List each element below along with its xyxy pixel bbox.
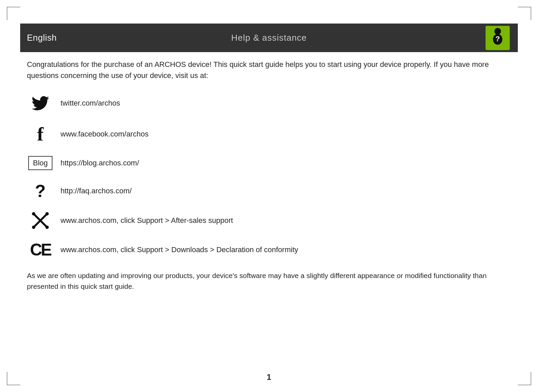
help-icon-container: ?	[484, 25, 511, 51]
svg-point-9	[45, 226, 49, 229]
header-bar: English Help & assistance ?	[20, 24, 518, 52]
ce-mark-icon: CE	[27, 240, 54, 260]
faq-url: http://faq.archos.com/	[61, 187, 132, 195]
blog-url: https://blog.archos.com/	[61, 159, 139, 167]
help-person-icon: ?	[486, 26, 510, 50]
support-url: www.archos.com, click Support > After-sa…	[61, 216, 233, 225]
twitter-url: twitter.com/archos	[61, 99, 120, 108]
ce-url: www.archos.com, click Support > Download…	[61, 245, 298, 254]
page-title: Help & assistance	[231, 33, 307, 43]
list-item: www.archos.com, click Support > After-sa…	[27, 212, 511, 229]
list-item: twitter.com/archos	[27, 94, 511, 112]
list-item: Blog https://blog.archos.com/	[27, 156, 511, 170]
svg-point-6	[32, 212, 35, 215]
language-label: English	[27, 33, 57, 43]
svg-text:?: ?	[495, 35, 500, 43]
facebook-url: www.facebook.com/archos	[61, 130, 149, 139]
svg-point-7	[45, 212, 49, 215]
corner-mark-tl	[7, 7, 20, 20]
corner-mark-bl	[7, 372, 20, 385]
support-icon	[27, 212, 54, 229]
footer-paragraph: As we are often updating and improving o…	[27, 270, 511, 291]
facebook-icon: f	[27, 123, 54, 145]
links-list: twitter.com/archos f www.facebook.com/ar…	[27, 94, 511, 260]
twitter-icon	[27, 94, 54, 112]
intro-paragraph: Congratulations for the purchase of an A…	[27, 59, 511, 81]
svg-point-8	[32, 226, 35, 229]
svg-point-1	[494, 28, 501, 35]
corner-mark-br	[518, 372, 531, 385]
list-item: ? http://faq.archos.com/	[27, 181, 511, 201]
list-item: CE www.archos.com, click Support > Downl…	[27, 240, 511, 260]
list-item: f www.facebook.com/archos	[27, 123, 511, 145]
main-content: Congratulations for the purchase of an A…	[27, 59, 511, 365]
page-number: 1	[267, 373, 271, 382]
blog-icon: Blog	[27, 156, 54, 170]
faq-icon: ?	[27, 181, 54, 201]
corner-mark-tr	[518, 7, 531, 20]
